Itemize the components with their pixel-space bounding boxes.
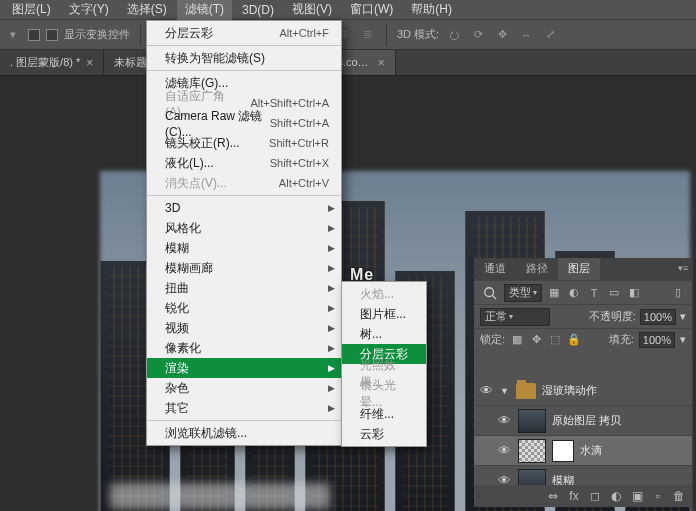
filter-adjust-icon[interactable]: ◐ <box>566 285 582 301</box>
layer-row[interactable]: 👁▼湿玻璃动作 <box>474 376 692 406</box>
menu-item-label: 分层云彩 <box>165 25 213 42</box>
opacity-value[interactable]: 100% <box>640 309 676 325</box>
menu-item-label: 风格化 <box>165 220 201 237</box>
menu-separator <box>147 195 341 196</box>
submenu-item: 火焰... <box>342 284 426 304</box>
layer-name[interactable]: 湿玻璃动作 <box>542 383 597 398</box>
link-layers-icon[interactable]: ⇔ <box>544 488 562 504</box>
lock-label: 锁定: <box>480 332 505 347</box>
dist-icon-3[interactable]: ≣ <box>358 26 376 44</box>
menu-item-label: 转换为智能滤镜(S) <box>165 50 265 67</box>
submenu-item: 镜头光晕... <box>342 384 426 404</box>
new-group-icon[interactable]: ▣ <box>628 488 646 504</box>
menu-item-label: 锐化 <box>165 300 189 317</box>
menu-layer[interactable]: 图层(L) <box>4 0 59 20</box>
filter-text-icon[interactable]: T <box>586 285 602 301</box>
mode-3d-slide-icon[interactable]: ↔ <box>517 26 535 44</box>
menu-item[interactable]: 模糊 <box>147 238 341 258</box>
layer-name[interactable]: 原始图层 拷贝 <box>552 413 621 428</box>
filter-pixel-icon[interactable]: ▦ <box>546 285 562 301</box>
menu-item[interactable]: 模糊画廊 <box>147 258 341 278</box>
opacity-label: 不透明度: <box>589 309 636 324</box>
tab-channels[interactable]: 通道 <box>474 258 516 280</box>
lock-all-icon[interactable]: 🔒 <box>567 333 581 347</box>
menu-help[interactable]: 帮助(H) <box>403 0 460 20</box>
adjustment-icon[interactable]: ◐ <box>607 488 625 504</box>
visibility-icon[interactable]: 👁 <box>496 443 512 459</box>
visibility-icon[interactable]: 👁 <box>478 383 494 399</box>
lock-artboard-icon[interactable]: ⬚ <box>548 333 562 347</box>
menu-filter[interactable]: 滤镜(T) <box>177 0 232 20</box>
visibility-icon[interactable]: 👁 <box>496 473 512 486</box>
close-icon[interactable]: × <box>86 56 93 70</box>
watermark-blur <box>110 483 330 509</box>
auto-select-checkbox[interactable] <box>28 29 40 41</box>
menu-item[interactable]: 3D <box>147 198 341 218</box>
chevron-down-icon[interactable]: ▾ <box>680 333 686 346</box>
blend-mode-select[interactable]: 正常 ▾ <box>480 308 550 326</box>
submenu-item[interactable]: 树... <box>342 324 426 344</box>
mask-icon[interactable]: ◻ <box>586 488 604 504</box>
delete-icon[interactable]: 🗑 <box>670 488 688 504</box>
show-transform-checkbox[interactable] <box>46 29 58 41</box>
fx-icon[interactable]: fx <box>565 488 583 504</box>
submenu-item[interactable]: 纤维... <box>342 404 426 424</box>
menu-item[interactable]: 镜头校正(R)...Shift+Ctrl+R <box>147 133 341 153</box>
layer-mask-thumbnail[interactable] <box>552 440 574 462</box>
layer-row[interactable]: 👁原始图层 拷贝 <box>474 406 692 436</box>
layer-thumbnail[interactable] <box>518 469 546 486</box>
filter-shape-icon[interactable]: ▭ <box>606 285 622 301</box>
mode-3d-orbit-icon[interactable]: ⭮ <box>445 26 463 44</box>
tab-layers[interactable]: 图层 <box>558 258 600 280</box>
menu-select[interactable]: 选择(S) <box>119 0 175 20</box>
menu-window[interactable]: 窗口(W) <box>342 0 401 20</box>
menu-view[interactable]: 视图(V) <box>284 0 340 20</box>
show-transform-label: 显示变换控件 <box>64 27 130 42</box>
new-layer-icon[interactable]: ▫ <box>649 488 667 504</box>
layer-thumbnail[interactable] <box>518 439 546 463</box>
chevron-down-icon[interactable]: ▾ <box>680 310 686 323</box>
menu-item[interactable]: 渲染 <box>147 358 341 378</box>
menu-item[interactable]: Camera Raw 滤镜(C)...Shift+Ctrl+A <box>147 113 341 133</box>
doc-tab[interactable]: . 图层蒙版/8) * × <box>0 50 104 75</box>
submenu-item[interactable]: 图片框... <box>342 304 426 324</box>
menu-item[interactable]: 像素化 <box>147 338 341 358</box>
mode-3d-pan-icon[interactable]: ✥ <box>493 26 511 44</box>
divider <box>386 24 387 46</box>
filter-toggle[interactable]: ▯ <box>670 285 686 301</box>
panel-menu-icon[interactable]: ▾≡ <box>674 258 692 280</box>
lock-position-icon[interactable]: ✥ <box>529 333 543 347</box>
fill-value[interactable]: 100% <box>639 332 675 348</box>
lock-pixels-icon[interactable]: ▩ <box>510 333 524 347</box>
menu-item[interactable]: 转换为智能滤镜(S) <box>147 48 341 68</box>
menu-item[interactable]: 其它 <box>147 398 341 418</box>
dropdown-icon[interactable]: ▾ <box>4 26 22 44</box>
layer-name[interactable]: 水滴 <box>580 443 602 458</box>
expand-icon[interactable]: ▼ <box>500 386 510 396</box>
layer-filter-row: 类型 ▾ ▦ ◐ T ▭ ◧ ▯ <box>474 280 692 304</box>
menu-item[interactable]: 风格化 <box>147 218 341 238</box>
menu-item[interactable]: 杂色 <box>147 378 341 398</box>
fill-label: 填充: <box>609 332 634 347</box>
menu-item[interactable]: 液化(L)...Shift+Ctrl+X <box>147 153 341 173</box>
menu-item[interactable]: 视频 <box>147 318 341 338</box>
filter-kind-select[interactable]: 类型 ▾ <box>504 284 542 302</box>
submenu-item[interactable]: 云彩 <box>342 424 426 444</box>
menu-type[interactable]: 文字(Y) <box>61 0 117 20</box>
menu-item-shortcut: Alt+Ctrl+F <box>279 27 329 39</box>
menu-item[interactable]: 锐化 <box>147 298 341 318</box>
layer-thumbnail[interactable] <box>518 409 546 433</box>
tab-paths[interactable]: 路径 <box>516 258 558 280</box>
menu-item[interactable]: 浏览联机滤镜... <box>147 423 341 443</box>
layer-name[interactable]: 模糊 <box>552 473 574 485</box>
visibility-icon[interactable]: 👁 <box>496 413 512 429</box>
menu-item[interactable]: 扭曲 <box>147 278 341 298</box>
close-icon[interactable]: × <box>378 56 385 70</box>
mode-3d-zoom-icon[interactable]: ⤢ <box>541 26 559 44</box>
mode-3d-roll-icon[interactable]: ⟳ <box>469 26 487 44</box>
layer-row[interactable]: 👁模糊 <box>474 466 692 485</box>
filter-smart-icon[interactable]: ◧ <box>626 285 642 301</box>
menu-item[interactable]: 分层云彩Alt+Ctrl+F <box>147 23 341 43</box>
menu-3d[interactable]: 3D(D) <box>234 1 282 19</box>
layer-row[interactable]: 👁水滴 <box>474 436 692 466</box>
